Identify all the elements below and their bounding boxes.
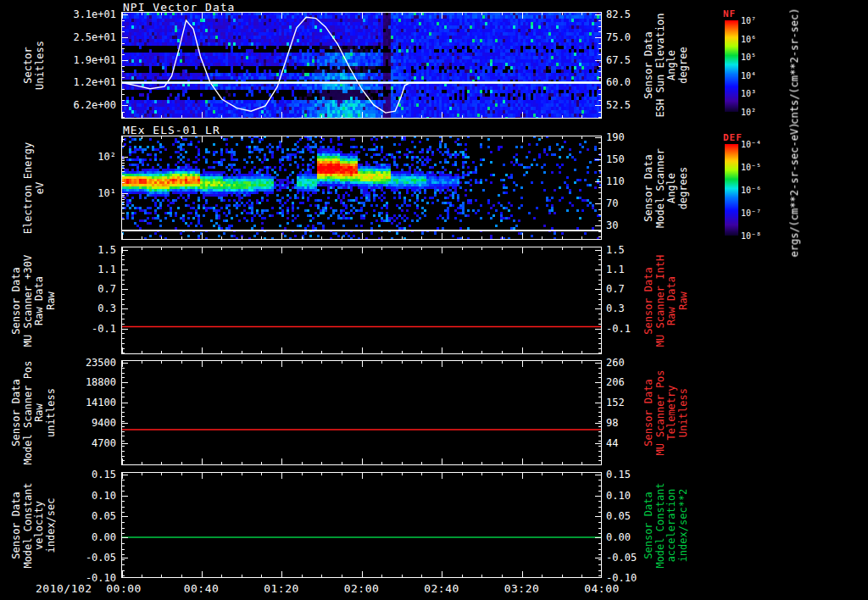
panel5-right-tick-label: 0.15 [606, 469, 631, 481]
colorbar-tick-label: 10⁴ [741, 71, 756, 81]
colorbar-tick-label: 10⁻⁷ [741, 208, 761, 218]
colorbar-tick-label: 10⁻⁵ [741, 163, 761, 172]
panel3-right-tick-label: -0.1 [606, 323, 631, 335]
colorbar-tick-label: 10³ [741, 89, 756, 98]
panel3-right-axis-label: Sensor DataMU Scanner IntHRaw DataRaw [620, 278, 712, 324]
panel4-line-plot-canvas [121, 360, 602, 465]
colorbar-units-label: ergs/(cm**2-sr-sec-eV) [728, 184, 863, 196]
x-axis-tick-label: 02:00 [344, 582, 380, 595]
panel3-right-axis-label-text: Sensor DataMU Scanner IntHRaw DataRaw [643, 254, 689, 346]
panel4-right-axis-label: Sensor DataMU Scanner PosTelemetryUnitle… [623, 390, 709, 436]
panel1-left-tick-label: 3.1e+01 [0, 8, 116, 20]
panel3-left-axis-label-text: Sensor DataMU Scanner +30VRaw DataRaw [11, 254, 57, 346]
multi-panel-plot-viewer: NPI Vector Data MEx ELS-01 LR 3.1e+012.5… [0, 0, 868, 600]
panel1-left-axis-label-text: SectorUnitless [23, 41, 46, 90]
panel2-right-tick-label: 70 [606, 197, 618, 209]
colorbar-tick-label: 10⁷ [741, 16, 756, 25]
panel5-left-axis-label-text: Sensor DataModel Constantvelocityindex/s… [11, 482, 57, 568]
panel2-right-tick-label: 110 [606, 175, 625, 187]
panel5-left-tick-label: 0.15 [0, 469, 116, 481]
panel3-left-tick-label: 1.5 [0, 244, 116, 256]
panel1-right-axis-label: Sensor DataESH Sun ElevationAngledegree [615, 42, 719, 88]
panel3-line-plot-canvas [121, 247, 602, 354]
panel5-left-axis-label: Sensor DataModel Constantvelocityindex/s… [0, 503, 77, 548]
colorbar-tick-label: 10⁻⁴ [741, 140, 761, 149]
panel2-left-axis-label-text: Electron EnergyeV [23, 142, 46, 233]
panel4-right-tick-label: 152 [606, 397, 625, 408]
panel3-left-axis-label: Sensor DataMU Scanner +30VRaw DataRaw [0, 278, 80, 324]
panel2-right-tick-label: 150 [606, 153, 625, 165]
panel5-right-axis-label: Sensor DataModel Constantaccelerationind… [623, 503, 709, 548]
panel2-title: MEx ELS-01 LR [123, 124, 220, 136]
x-axis-tick-label: 01:20 [264, 582, 299, 595]
panel4-left-axis-label-text: Sensor DataModel Scanner PosRawunitless [11, 361, 57, 465]
panel2-right-axis-label: Sensor DataModel ScannerAngledegrees [626, 165, 706, 211]
colorbar-units-label: cnts/(cm**2-sr-sec) [737, 60, 853, 72]
panel1-left-tick-label: 2.5e+01 [0, 31, 116, 43]
panel4-right-tick-label: 98 [606, 417, 618, 429]
panel1-right-axis-label-text: Sensor DataESH Sun ElevationAngledegree [643, 14, 689, 118]
panel1-left-tick-label: 1.2e+01 [0, 76, 116, 88]
x-axis-start-label: 2010/102 00:00 [36, 582, 142, 595]
colorbar-tick-label: 10⁻⁸ [741, 231, 761, 241]
x-axis-tick-label: 03:20 [504, 582, 540, 595]
panel1-spectrogram-canvas [121, 12, 602, 119]
colorbar-tick-label: 10² [741, 108, 756, 117]
panel2-left-tick-label: 10² [0, 151, 116, 163]
panel1-right-tick-label: 52.5 [606, 99, 631, 111]
x-axis-tick-label: 02:40 [424, 582, 459, 595]
x-axis-tick-label: 00:40 [184, 582, 220, 595]
colorbar-units-label-text: ergs/(cm**2-sr-sec-eV) [789, 123, 801, 258]
panel1-left-tick-label: 6.2e+00 [0, 99, 116, 111]
panel1-right-tick-label: 82.5 [606, 8, 631, 20]
panel5-right-tick-label: -0.05 [606, 552, 637, 564]
colorbar-tick-label: 10⁶ [741, 35, 756, 44]
panel2-spectrogram-canvas [121, 136, 602, 240]
panel2-right-axis-label-text: Sensor DataModel ScannerAngledegrees [643, 148, 689, 228]
panel2-right-tick-label: 30 [606, 219, 618, 231]
panel3-right-tick-label: 1.1 [606, 264, 625, 275]
panel4-right-axis-label-text: Sensor DataMU Scanner PosTelemetryUnitle… [643, 369, 689, 455]
panel2-right-tick-label: 190 [606, 131, 625, 143]
colorbar-title-def: DEF [723, 132, 743, 143]
colorbar-units-label-text: cnts/(cm**2-sr-sec) [789, 8, 801, 124]
panel5-right-tick-label: 0.10 [606, 490, 631, 502]
colorbar-title-nf: NF [723, 8, 736, 19]
panel4-right-tick-label: 260 [606, 357, 625, 369]
panel4-left-axis-label: Sensor DataModel Scanner PosRawunitless [0, 390, 86, 436]
panel2-left-axis-label: Electron EnergyeV [0, 176, 80, 199]
x-axis-tick-label: 04:00 [584, 582, 620, 595]
panel3-right-tick-label: 1.5 [606, 244, 625, 256]
panel5-right-axis-label-text: Sensor DataModel Constantaccelerationind… [643, 482, 689, 568]
panel1-left-axis-label: SectorUnitless [9, 54, 58, 77]
panel5-line-plot-canvas [121, 472, 602, 578]
panel1-right-tick-label: 75.0 [606, 31, 631, 43]
panel4-right-tick-label: 44 [606, 437, 618, 449]
panel4-right-tick-label: 206 [606, 376, 625, 388]
